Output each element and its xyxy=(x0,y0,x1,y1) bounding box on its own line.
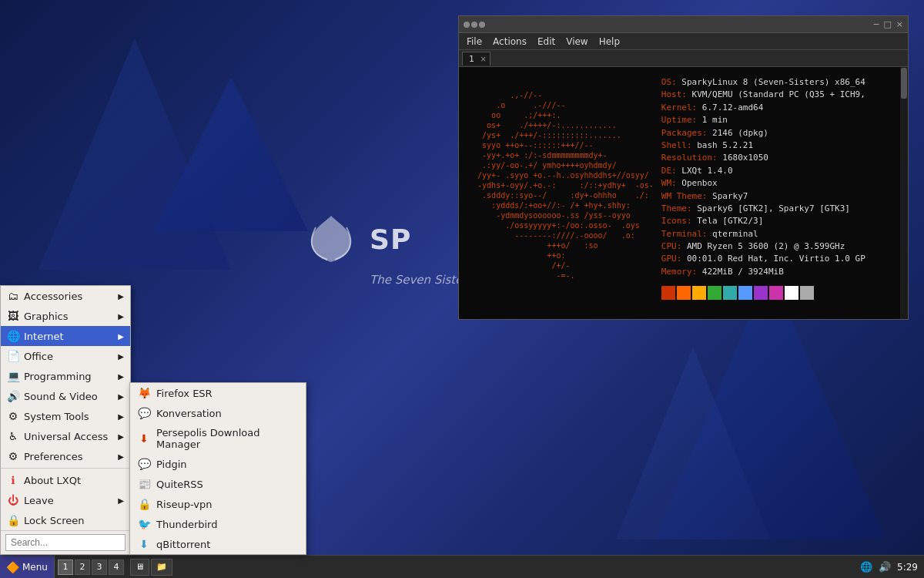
window-minimize[interactable]: ─ xyxy=(874,19,879,29)
search-input[interactable] xyxy=(5,534,126,551)
menu-search-area xyxy=(1,530,130,554)
preferences-label: Preferences xyxy=(24,451,82,462)
taskbar: 🔶 Menu 1 2 3 4 🖥 📁 🌐 🔊 5:29 xyxy=(0,555,924,578)
taskbar-app-files[interactable]: 📁 xyxy=(151,559,172,576)
programming-icon: 💻 xyxy=(7,370,19,382)
submenu-persepolis[interactable]: ⬇ Persepolis Download Manager xyxy=(130,423,306,454)
host-label: Host: xyxy=(661,89,692,99)
qbittorrent-icon: ⬇ xyxy=(138,538,150,550)
submenu-konversation[interactable]: 💬 Konversation xyxy=(130,403,306,423)
universal-arrow: ▶ xyxy=(118,432,124,441)
menu-item-universal[interactable]: ♿ Universal Access ▶ xyxy=(1,426,130,446)
menu-item-about[interactable]: ℹ About LXQt xyxy=(1,470,130,490)
volume-icon[interactable]: 🔊 xyxy=(879,561,891,573)
swatch-red xyxy=(661,286,675,300)
about-icon: ℹ xyxy=(7,474,19,486)
menu-item-programming[interactable]: 💻 Programming ▶ xyxy=(1,366,130,386)
swatch-pink xyxy=(769,286,783,300)
terminal-label: Terminal: xyxy=(661,229,712,239)
quiterss-icon: 📰 xyxy=(138,478,150,490)
terminal-app-icon: 🖥 xyxy=(136,562,144,572)
submenu-quiterss[interactable]: 📰 QuiteRSS xyxy=(130,474,306,494)
terminal-scrollbar[interactable] xyxy=(900,67,908,319)
menu-item-leave[interactable]: ⏻ Leave ▶ xyxy=(1,490,130,510)
workspace-2[interactable]: 2 xyxy=(75,560,90,575)
cpu-label: CPU: xyxy=(661,241,687,251)
qbittorrent-label: qBittorrent xyxy=(156,539,210,550)
menu-edit[interactable]: Edit xyxy=(533,35,560,49)
swatch-ltblue xyxy=(738,286,752,300)
firefox-icon: 🦊 xyxy=(138,387,150,399)
swatch-purple xyxy=(754,286,768,300)
swatch-yellow xyxy=(692,286,706,300)
theme-label: Theme: xyxy=(661,203,697,213)
submenu-qbittorrent[interactable]: ⬇ qBittorrent xyxy=(130,534,306,554)
konversation-label: Konversation xyxy=(156,408,222,419)
menu-actions[interactable]: Actions xyxy=(488,35,531,49)
accessories-label: Accessories xyxy=(24,291,82,302)
system-icon: ⚙ xyxy=(7,410,19,422)
icons-value: Tela [GTK2/3] xyxy=(697,216,763,226)
accessories-icon: 🗂 xyxy=(7,290,19,302)
icons-label: Icons: xyxy=(661,216,697,226)
submenu-thunderbird[interactable]: 🐦 Thunderbird xyxy=(130,514,306,534)
graphics-arrow: ▶ xyxy=(118,312,124,321)
system-arrow: ▶ xyxy=(118,412,124,421)
internet-arrow: ▶ xyxy=(118,332,124,341)
terminal-menubar: File Actions Edit View Help xyxy=(459,33,908,50)
terminal-tab-1[interactable]: 1 × xyxy=(462,52,490,66)
konversation-icon: 💬 xyxy=(138,407,150,419)
menu-item-lock[interactable]: 🔒 Lock Screen xyxy=(1,510,130,530)
menu-item-internet[interactable]: 🌐 Internet ▶ xyxy=(1,326,130,346)
menu-button[interactable]: 🔶 Menu xyxy=(0,556,55,578)
preferences-icon: ⚙ xyxy=(7,450,19,462)
sound-icon: 🔊 xyxy=(7,390,19,402)
window-maximize[interactable]: □ xyxy=(883,19,891,29)
wm-theme-value: Sparky7 xyxy=(712,191,748,201)
sound-arrow: ▶ xyxy=(118,392,124,401)
persepolis-icon: ⬇ xyxy=(138,432,150,445)
kernel-label: Kernel: xyxy=(661,102,702,113)
submenu-riseup[interactable]: 🔒 Riseup-vpn xyxy=(130,494,306,514)
cpu-value: AMD Ryzen 5 3600 (2) @ 3.599GHz xyxy=(687,241,845,251)
menu-item-office[interactable]: 📄 Office ▶ xyxy=(1,346,130,366)
leave-arrow: ▶ xyxy=(118,496,124,505)
terminal-ascii-art: .,-//-- .o .-///-- oo .;/+++:. os+ ./+++… xyxy=(464,70,654,316)
menu-item-system[interactable]: ⚙ System Tools ▶ xyxy=(1,406,130,426)
resolution-value: 1680x1050 xyxy=(722,153,768,163)
menu-item-graphics[interactable]: 🖼 Graphics ▶ xyxy=(1,306,130,326)
menu-file[interactable]: File xyxy=(462,35,487,49)
riseup-icon: 🔒 xyxy=(138,498,150,510)
memory-label: Memory: xyxy=(661,267,702,277)
menu-view[interactable]: View xyxy=(561,35,592,49)
tab-close-icon[interactable]: × xyxy=(480,55,487,63)
workspace-3[interactable]: 3 xyxy=(92,560,107,575)
menu-help[interactable]: Help xyxy=(594,35,624,49)
universal-label: Universal Access xyxy=(24,431,108,442)
submenu-firefox[interactable]: 🦊 Firefox ESR xyxy=(130,383,306,403)
leave-icon: ⏻ xyxy=(7,494,19,506)
riseup-label: Riseup-vpn xyxy=(156,499,212,510)
packages-label: Packages: xyxy=(661,128,712,138)
workspace-4[interactable]: 4 xyxy=(109,560,124,575)
menu-item-accessories[interactable]: 🗂 Accessories ▶ xyxy=(1,286,130,306)
os-value: SparkyLinux 8 (Seven-Sisters) x86_64 xyxy=(681,77,865,87)
de-label: DE: xyxy=(661,166,682,176)
menu-item-preferences[interactable]: ⚙ Preferences ▶ xyxy=(1,446,130,466)
terminal-window: ─ □ × File Actions Edit View Help 1 × xyxy=(458,15,909,320)
menu-item-sound[interactable]: 🔊 Sound & Video ▶ xyxy=(1,386,130,406)
accessories-arrow: ▶ xyxy=(118,292,124,301)
swatch-green xyxy=(708,286,721,300)
submenu-pidgin[interactable]: 💬 Pidgin xyxy=(130,454,306,474)
preferences-arrow: ▶ xyxy=(118,452,124,461)
kernel-value: 6.7.12-amd64 xyxy=(702,102,763,113)
terminal-scroll-thumb[interactable] xyxy=(901,68,907,99)
pidgin-label: Pidgin xyxy=(156,459,187,470)
workspace-1[interactable]: 1 xyxy=(58,560,73,575)
taskbar-app-terminal[interactable]: 🖥 xyxy=(130,559,149,576)
window-close[interactable]: × xyxy=(896,19,903,29)
quiterss-label: QuiteRSS xyxy=(156,479,203,490)
network-icon: 🌐 xyxy=(860,561,872,573)
time-display: 5:29 xyxy=(897,562,918,573)
host-value: KVM/QEMU (Standard PC (Q35 + ICH9, xyxy=(692,89,865,99)
